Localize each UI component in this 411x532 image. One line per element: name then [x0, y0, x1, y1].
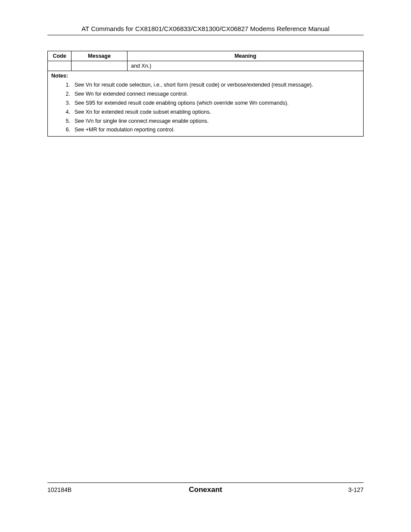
note-text: See \Vn for single line connect message … — [75, 117, 313, 126]
note-number: 4. — [59, 108, 75, 117]
cell-code — [48, 61, 72, 71]
notes-list: 1. See Vn for result code selection, i.e… — [59, 81, 313, 134]
note-number: 5. — [59, 117, 75, 126]
note-number: 3. — [59, 99, 75, 108]
notes-label: Notes: — [51, 73, 360, 79]
note-item: 1. See Vn for result code selection, i.e… — [59, 81, 313, 90]
note-text: See Wn for extended connect message cont… — [75, 90, 313, 99]
note-number: 2. — [59, 90, 75, 99]
cell-meaning: and Xn.) — [128, 61, 364, 71]
note-number: 1. — [59, 81, 75, 90]
note-text: See +MR for modulation reporting control… — [75, 125, 313, 134]
note-number: 6. — [59, 125, 75, 134]
note-item: 6. See +MR for modulation reporting cont… — [59, 125, 313, 134]
note-item: 2. See Wn for extended connect message c… — [59, 90, 313, 99]
table-header-row: Code Message Meaning — [48, 51, 364, 61]
note-item: 3. See S95 for extended result code enab… — [59, 99, 313, 108]
note-text: See Vn for result code selection, i.e., … — [75, 81, 313, 90]
result-code-table: Code Message Meaning and Xn.) Notes: 1. … — [47, 51, 364, 137]
col-header-message: Message — [72, 51, 128, 61]
footer-doc-number: 102184B — [47, 486, 153, 493]
table-notes-row: Notes: 1. See Vn for result code selecti… — [48, 71, 364, 137]
col-header-meaning: Meaning — [128, 51, 364, 61]
note-text: See Xn for extended result code subset e… — [75, 108, 313, 117]
note-text: See S95 for extended result code enablin… — [75, 99, 313, 108]
footer-brand: Conexant — [153, 485, 258, 494]
page: AT Commands for CX81801/CX06833/CX81300/… — [0, 0, 411, 532]
notes-cell: Notes: 1. See Vn for result code selecti… — [48, 71, 364, 137]
page-footer: 102184B Conexant 3-127 — [47, 482, 364, 494]
note-item: 5. See \Vn for single line connect messa… — [59, 117, 313, 126]
col-header-code: Code — [48, 51, 72, 61]
cell-message — [72, 61, 128, 71]
note-item: 4. See Xn for extended result code subse… — [59, 108, 313, 117]
page-header-title: AT Commands for CX81801/CX06833/CX81300/… — [47, 25, 364, 35]
table-row: and Xn.) — [48, 61, 364, 71]
footer-page-number: 3-127 — [258, 486, 364, 493]
